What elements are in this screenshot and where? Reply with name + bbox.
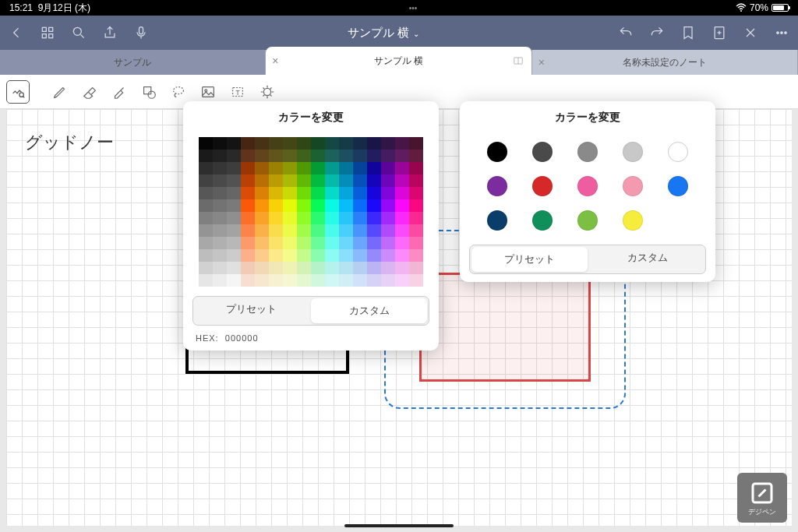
color-cell[interactable]	[367, 137, 381, 150]
color-cell[interactable]	[395, 199, 409, 212]
color-cell[interactable]	[339, 262, 353, 274]
color-cell[interactable]	[255, 274, 269, 287]
color-swatch[interactable]	[532, 142, 553, 162]
color-cell[interactable]	[255, 262, 269, 274]
color-cell[interactable]	[241, 199, 255, 212]
tab-close-icon[interactable]: ×	[538, 56, 545, 69]
preset-tab[interactable]: プリセット	[193, 297, 309, 325]
color-cell[interactable]	[325, 274, 339, 287]
color-swatch[interactable]	[668, 142, 688, 162]
color-cell[interactable]	[227, 237, 241, 249]
mic-button[interactable]	[132, 24, 150, 41]
color-cell[interactable]	[367, 150, 381, 162]
color-cell[interactable]	[395, 249, 409, 262]
color-cell[interactable]	[353, 274, 367, 287]
shape-tool[interactable]	[136, 79, 162, 105]
color-cell[interactable]	[227, 162, 241, 174]
color-cell[interactable]	[409, 162, 423, 174]
color-swatch[interactable]	[623, 210, 643, 231]
color-cell[interactable]	[325, 150, 339, 162]
color-cell[interactable]	[395, 187, 409, 199]
color-cell[interactable]	[367, 262, 381, 274]
color-cell[interactable]	[213, 274, 227, 287]
color-cell[interactable]	[367, 249, 381, 262]
color-cell[interactable]	[227, 199, 241, 212]
color-cell[interactable]	[381, 199, 395, 212]
color-cell[interactable]	[227, 224, 241, 237]
color-cell[interactable]	[213, 249, 227, 262]
color-cell[interactable]	[339, 150, 353, 162]
color-cell[interactable]	[269, 262, 283, 274]
color-cell[interactable]	[255, 174, 269, 187]
color-cell[interactable]	[367, 224, 381, 237]
color-swatch[interactable]	[487, 176, 507, 196]
color-cell[interactable]	[381, 237, 395, 249]
color-cell[interactable]	[311, 249, 325, 262]
color-cell[interactable]	[367, 274, 381, 287]
color-cell[interactable]	[255, 237, 269, 249]
color-cell[interactable]	[255, 162, 269, 174]
color-cell[interactable]	[269, 212, 283, 224]
color-cell[interactable]	[255, 199, 269, 212]
color-cell[interactable]	[283, 187, 297, 199]
color-cell[interactable]	[213, 174, 227, 187]
color-cell[interactable]	[311, 274, 325, 287]
color-cell[interactable]	[283, 262, 297, 274]
color-cell[interactable]	[255, 137, 269, 150]
color-cell[interactable]	[241, 187, 255, 199]
search-button[interactable]	[70, 24, 87, 41]
color-cell[interactable]	[353, 249, 367, 262]
color-cell[interactable]	[311, 137, 325, 150]
color-cell[interactable]	[297, 237, 311, 249]
color-cell[interactable]	[339, 187, 353, 199]
color-cell[interactable]	[297, 224, 311, 237]
color-cell[interactable]	[409, 137, 423, 150]
color-cell[interactable]	[311, 187, 325, 199]
color-cell[interactable]	[241, 262, 255, 274]
hex-field[interactable]: HEX: 000000	[183, 333, 439, 351]
color-cell[interactable]	[241, 137, 255, 150]
color-cell[interactable]	[213, 212, 227, 224]
color-cell[interactable]	[325, 162, 339, 174]
color-cell[interactable]	[241, 174, 255, 187]
color-cell[interactable]	[395, 162, 409, 174]
color-cell[interactable]	[283, 137, 297, 150]
color-cell[interactable]	[381, 137, 395, 150]
color-cell[interactable]	[311, 174, 325, 187]
color-cell[interactable]	[199, 212, 213, 224]
color-cell[interactable]	[353, 262, 367, 274]
color-cell[interactable]	[227, 174, 241, 187]
color-cell[interactable]	[325, 237, 339, 249]
color-cell[interactable]	[409, 274, 423, 287]
color-cell[interactable]	[367, 237, 381, 249]
color-cell[interactable]	[381, 150, 395, 162]
undo-button[interactable]	[617, 24, 634, 41]
color-cell[interactable]	[213, 150, 227, 162]
color-cell[interactable]	[339, 224, 353, 237]
color-cell[interactable]	[269, 150, 283, 162]
split-view-icon[interactable]	[513, 55, 524, 66]
color-cell[interactable]	[311, 162, 325, 174]
color-cell[interactable]	[395, 212, 409, 224]
color-cell[interactable]	[325, 199, 339, 212]
color-cell[interactable]	[199, 274, 213, 287]
color-cell[interactable]	[269, 199, 283, 212]
color-cell[interactable]	[353, 224, 367, 237]
color-cell[interactable]	[199, 137, 213, 150]
color-cell[interactable]	[297, 274, 311, 287]
color-cell[interactable]	[227, 274, 241, 287]
tab-close-icon[interactable]: ×	[272, 55, 278, 67]
color-cell[interactable]	[213, 162, 227, 174]
tab-untitled[interactable]: × 名称未設定のノート	[532, 50, 798, 75]
pen-tool[interactable]	[47, 79, 73, 105]
color-cell[interactable]	[325, 249, 339, 262]
color-cell[interactable]	[311, 199, 325, 212]
color-cell[interactable]	[241, 274, 255, 287]
color-cell[interactable]	[297, 199, 311, 212]
color-cell[interactable]	[325, 262, 339, 274]
color-swatch[interactable]	[668, 176, 688, 196]
color-cell[interactable]	[297, 137, 311, 150]
color-swatch[interactable]	[487, 210, 507, 231]
close-button[interactable]	[742, 24, 759, 41]
color-cell[interactable]	[227, 150, 241, 162]
